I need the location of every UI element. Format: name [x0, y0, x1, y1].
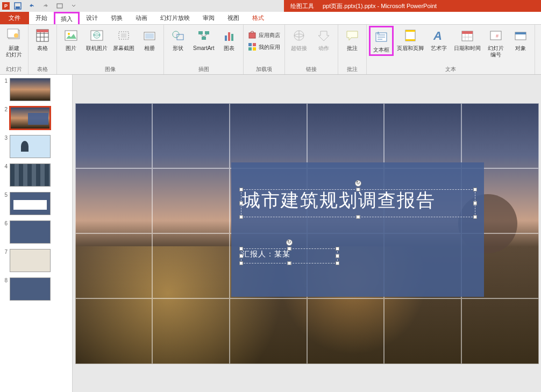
- resize-handle[interactable]: [356, 215, 360, 219]
- svg-rect-41: [405, 39, 415, 41]
- resize-handle[interactable]: [336, 261, 339, 265]
- wordart-button[interactable]: A 艺术字: [427, 26, 451, 53]
- group-addons-label: 加载项: [246, 65, 282, 74]
- slide-canvas[interactable]: 城市建筑规划调查报告 汇报人：某某: [75, 103, 539, 364]
- svg-rect-11: [37, 30, 48, 32]
- thumbnail-6[interactable]: 6: [2, 220, 70, 244]
- resize-handle[interactable]: [473, 215, 477, 219]
- tab-animations[interactable]: 动画: [129, 12, 154, 24]
- chart-button[interactable]: 图表: [217, 26, 241, 53]
- svg-rect-32: [253, 47, 256, 51]
- save-icon[interactable]: [12, 1, 24, 11]
- svg-point-5: [14, 33, 18, 38]
- smartart-icon: [195, 27, 212, 44]
- comment-icon: [344, 27, 361, 44]
- thumbnail-3[interactable]: 3: [2, 135, 70, 158]
- resize-handle[interactable]: [239, 215, 243, 219]
- tab-home[interactable]: 开始: [29, 12, 54, 24]
- group-images-label: 图像: [59, 65, 161, 74]
- comment-button[interactable]: 批注: [340, 26, 364, 53]
- svg-rect-29: [248, 43, 252, 46]
- smartart-button[interactable]: SmartArt: [191, 26, 216, 53]
- thumbnail-panel[interactable]: 1 2 3 4 5 6 7 8: [0, 75, 73, 392]
- group-slides-label: 幻灯片: [2, 65, 26, 74]
- resize-handle[interactable]: [287, 261, 291, 265]
- screenshot-button[interactable]: 屏幕截图: [111, 26, 137, 53]
- picture-icon: [62, 27, 80, 44]
- svg-rect-24: [202, 37, 206, 40]
- svg-rect-14: [91, 31, 103, 40]
- svg-rect-17: [121, 33, 126, 38]
- tab-slideshow[interactable]: 幻灯片放映: [154, 12, 196, 24]
- hyperlink-icon: [290, 27, 308, 44]
- online-picture-button[interactable]: 联机图片: [84, 26, 110, 53]
- ribbon-tabs: 文件 开始 插入 设计 切换 动画 幻灯片放映 审阅 视图 格式: [0, 12, 541, 25]
- action-button[interactable]: 动作: [312, 26, 336, 53]
- subtitle-textbox[interactable]: 汇报人：某某: [242, 250, 339, 259]
- album-icon: [141, 27, 158, 44]
- datetime-icon: [459, 27, 476, 44]
- tab-transitions[interactable]: 切换: [104, 12, 129, 24]
- my-apps-button[interactable]: 我的应用: [246, 42, 282, 53]
- header-footer-button[interactable]: 页眉和页脚: [395, 26, 426, 53]
- tab-view[interactable]: 视图: [221, 12, 246, 24]
- table-button[interactable]: 表格: [31, 26, 54, 53]
- slide-number-button[interactable]: # 幻灯片 编号: [484, 26, 508, 59]
- thumbnail-8[interactable]: 8: [2, 277, 70, 301]
- object-icon: [512, 27, 529, 44]
- thumbnail-1[interactable]: 1: [2, 78, 70, 101]
- svg-rect-1: [16, 6, 20, 9]
- redo-icon[interactable]: [40, 1, 52, 11]
- svg-rect-30: [253, 43, 256, 46]
- svg-rect-12: [65, 31, 77, 40]
- new-slide-button[interactable]: 新建 幻灯片: [2, 26, 26, 59]
- tab-format[interactable]: 格式: [246, 12, 270, 24]
- app-store-button[interactable]: 应用商店: [246, 30, 282, 41]
- wordart-icon: A: [430, 27, 447, 44]
- thumbnail-5[interactable]: 5: [2, 192, 70, 215]
- tab-review[interactable]: 审阅: [196, 12, 221, 24]
- undo-icon[interactable]: [26, 1, 38, 11]
- qat-customize-icon[interactable]: [68, 1, 80, 11]
- textbox-button[interactable]: A 文本框: [369, 26, 394, 56]
- resize-handle[interactable]: [473, 188, 477, 191]
- group-tables-label: 表格: [31, 65, 54, 74]
- svg-rect-27: [231, 34, 233, 41]
- svg-point-13: [68, 33, 70, 35]
- group-text-label: 文本: [369, 65, 532, 74]
- contextual-tab-label: 绘图工具: [287, 2, 317, 10]
- new-slide-icon: [5, 27, 23, 44]
- object-button[interactable]: 对象: [509, 26, 532, 53]
- resize-handle[interactable]: [473, 201, 477, 205]
- tab-design[interactable]: 设计: [80, 12, 104, 24]
- svg-text:#: #: [496, 33, 499, 39]
- start-from-beginning-icon[interactable]: [54, 1, 66, 11]
- thumbnail-2[interactable]: 2: [2, 106, 70, 130]
- tab-file[interactable]: 文件: [0, 12, 29, 24]
- tab-insert[interactable]: 插入: [54, 12, 80, 24]
- app-icon: P: [2, 2, 10, 10]
- svg-rect-25: [225, 35, 227, 41]
- svg-text:A: A: [377, 31, 380, 35]
- rotate-handle-icon[interactable]: [286, 239, 293, 246]
- thumbnail-7[interactable]: 7: [2, 249, 70, 272]
- thumbnail-4[interactable]: 4: [2, 163, 70, 187]
- slide-editor[interactable]: 城市建筑规划调查报告 汇报人：某某: [73, 75, 541, 392]
- hyperlink-button[interactable]: 超链接: [287, 26, 311, 53]
- slide-title-text: 城市建筑规划调查报告: [242, 188, 473, 213]
- title-textbox[interactable]: 城市建筑规划调查报告: [242, 188, 473, 213]
- album-button[interactable]: 相册: [138, 26, 161, 53]
- datetime-button[interactable]: 日期和时间: [452, 26, 483, 53]
- screenshot-icon: [115, 27, 132, 44]
- svg-rect-31: [248, 47, 252, 51]
- rotate-handle-icon[interactable]: [355, 180, 361, 187]
- svg-rect-28: [249, 33, 255, 38]
- shapes-button[interactable]: 形状: [166, 26, 190, 53]
- slide-subtitle-text: 汇报人：某某: [242, 250, 339, 259]
- picture-button[interactable]: 图片: [59, 26, 83, 53]
- group-illustrations-label: 插图: [166, 65, 241, 74]
- apps-icon: [248, 42, 257, 51]
- svg-rect-44: [462, 31, 473, 34]
- table-icon: [34, 27, 51, 44]
- resize-handle[interactable]: [239, 261, 243, 265]
